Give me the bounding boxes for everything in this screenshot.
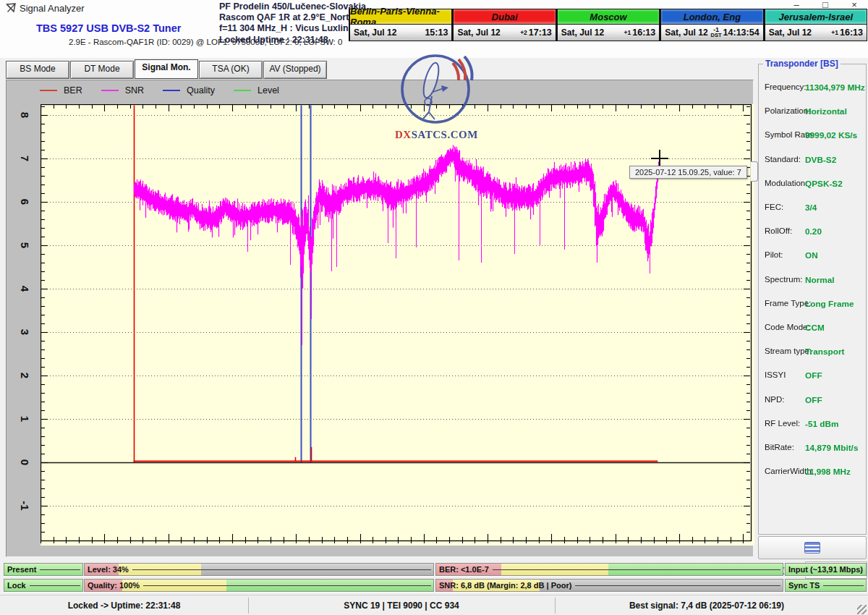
panel-collapse-handle[interactable] xyxy=(751,161,758,182)
transponder-row: Frequency:11304,979 MHz xyxy=(759,82,866,97)
tab-av[interactable]: AV (Stopped) xyxy=(263,61,327,79)
status-uptime: Locked -> Uptime: 22:31:48 xyxy=(0,595,248,615)
clock-city-label: Jerusalem-Israel xyxy=(765,9,867,25)
transponder-row-value: Long Frame xyxy=(805,299,854,309)
site-info-line: PF Prodelin 450/Lučenec-Slovakia xyxy=(219,1,366,12)
transponder-row: Frame Type:Long Frame xyxy=(759,299,866,313)
y-axis-tick-label: 3 xyxy=(19,323,30,342)
dxsatcs-watermark-logo: DXSATCS.COM xyxy=(395,47,476,141)
clock-berlin-paris-vienna-roma: Berlin-Paris-Vienna-Roma Sat, Jul 12 15:… xyxy=(349,9,452,41)
tab-tsa[interactable]: TSA (OK) xyxy=(199,61,263,79)
transponder-row: Spectrum:Normal xyxy=(759,275,866,289)
quality-meter: Quality: 100% xyxy=(84,579,434,592)
transponder-row-label: Standard: xyxy=(765,155,801,164)
transponder-row-value: Normal xyxy=(805,275,835,285)
transponder-row: FEC:3/4 xyxy=(759,203,866,217)
transponder-row: Polarization:Horizontal xyxy=(759,106,866,121)
legend-item-ber: BER xyxy=(40,85,82,96)
watermark-text: DXSATCS.COM xyxy=(395,129,476,141)
snr-meter: SNR: 6,8 dB (Margin: 2,8 dB | Poor) xyxy=(435,579,783,592)
transponder-row: ISSYIOFF xyxy=(759,370,866,385)
level-swatch xyxy=(234,90,251,91)
y-axis-tick-label: 4 xyxy=(19,279,30,298)
site-info-line: Rascom QAF 1R at 2.9°E_North xyxy=(219,12,366,23)
quality-swatch xyxy=(163,90,180,91)
statusbar: Locked -> Uptime: 22:31:48 SYNC 19 | TEI… xyxy=(0,595,868,615)
clock-city-label: Moscow xyxy=(558,9,659,25)
legend-item-snr: SNR xyxy=(101,85,144,96)
transponder-row: Standard:DVB-S2 xyxy=(759,155,866,169)
transponder-row-label: Frame Type: xyxy=(765,299,811,308)
clock-city-label: London, Eng xyxy=(661,9,762,25)
transponder-row: Stream type:Transport xyxy=(759,347,866,361)
world-clocks: Berlin-Paris-Vienna-Roma Sat, Jul 12 15:… xyxy=(349,9,867,41)
transponder-panel: Transponder [BS] Frequency:11304,979 MHz… xyxy=(758,64,867,535)
level-meter: Level: 34% xyxy=(84,563,434,576)
transponder-row: Pilot:ON xyxy=(759,250,866,265)
window-title: Signal Analyzer xyxy=(20,3,85,14)
transponder-row-value: Horizontal xyxy=(805,106,847,116)
transponder-row-value: DVB-S2 xyxy=(805,155,836,165)
transponder-row-value: 0.20 xyxy=(805,226,822,237)
transponder-row: Code Mode:CCM xyxy=(759,323,866,337)
transponder-row-label: Frequency: xyxy=(765,82,807,91)
save-snapshot-button[interactable] xyxy=(758,536,867,559)
signal-chart-panel: BER SNR Quality Level -1012345678 xyxy=(6,80,754,557)
site-info: PF Prodelin 450/Lučenec-Slovakia Rascom … xyxy=(219,1,366,46)
status-sync-counters: SYNC 19 | TEI 9090 | CC 934 xyxy=(248,595,555,615)
resize-grip[interactable] xyxy=(857,605,867,614)
transponder-row-value: 3/4 xyxy=(805,203,817,213)
y-axis-tick-label: -1 xyxy=(19,496,30,515)
transponder-row: BitRate:14,879 Mbit/s xyxy=(759,443,866,457)
clock-london: London, Eng Sat, Jul 12 -1DST 14:13:54 xyxy=(660,9,763,41)
transponder-row-value: 11304,979 MHz xyxy=(805,82,865,93)
legend-item-quality: Quality xyxy=(163,85,215,96)
transponder-row: Symbol Rate:9999,02 KS/s xyxy=(759,130,866,145)
tab-dt-mode[interactable]: DT Mode xyxy=(70,61,134,79)
transponder-row-value: CCM xyxy=(805,323,825,333)
transponder-panel-title: Transponder [BS] xyxy=(763,59,841,69)
signal-analyzer-window: Signal Analyzer – □ × TBS 5927 USB DVB-S… xyxy=(0,0,868,615)
y-axis-tick-label: 0 xyxy=(19,453,30,472)
legend-item-level: Level xyxy=(234,85,279,96)
tab-signal-mon[interactable]: Signal Mon. xyxy=(135,59,198,79)
clock-time-row: Sat, Jul 12 +1 16:13 xyxy=(558,25,659,41)
transponder-row-label: Polarization: xyxy=(765,106,810,115)
transponder-row-label: RF Level: xyxy=(765,419,800,428)
tuner-title: TBS 5927 USB DVB-S2 Tuner xyxy=(36,22,181,34)
sync-ts-indicator: Sync TS xyxy=(785,579,867,592)
y-axis-tick-label: 8 xyxy=(19,106,30,124)
transponder-row-value: OFF xyxy=(805,370,822,381)
input-indicator: Input (~13,91 Mbps) xyxy=(785,563,867,576)
clock-time-row: Sat, Jul 12 +2 17:13 xyxy=(454,25,555,41)
crosshair-cursor xyxy=(659,150,660,167)
transponder-row: NPD:OFF xyxy=(759,395,866,410)
transponder-row-label: FEC: xyxy=(765,203,783,211)
transponder-row-value: 11,998 MHz xyxy=(805,467,851,477)
transponder-row: RF Level:-51 dBm xyxy=(759,419,866,433)
transponder-row-label: Spectrum: xyxy=(765,275,802,284)
chart-tooltip: 2025-07-12 15.09.25, value: 7 xyxy=(629,166,747,179)
y-axis-tick-label: 5 xyxy=(19,236,30,255)
transponder-row-value: 9999,02 KS/s xyxy=(805,130,857,140)
transponder-row-value: Transport xyxy=(805,347,844,357)
site-info-line: Locked Uptime : 22:31:48 xyxy=(219,35,366,46)
ber-meter: BER: <1.0E-7 xyxy=(435,563,783,576)
app-icon xyxy=(6,3,17,14)
site-info-line: f=11 304 MHz_H : Vicus Luxlink xyxy=(219,23,366,34)
transponder-row: CarrierWidth:11,998 MHz xyxy=(759,467,866,481)
present-indicator: Present xyxy=(4,563,83,576)
disk-icon xyxy=(804,542,820,554)
transponder-row-value: -51 dBm xyxy=(805,419,839,429)
transponder-row: RollOff:0.20 xyxy=(759,226,866,241)
clock-time-row: Sat, Jul 12 15:13 xyxy=(350,25,451,41)
ber-swatch xyxy=(40,90,57,91)
clock-moscow: Moscow Sat, Jul 12 +1 16:13 xyxy=(556,9,660,41)
transponder-row-value: ON xyxy=(805,250,818,260)
transponder-row-value: QPSK-S2 xyxy=(805,179,843,189)
transponder-row-value: 14,879 Mbit/s xyxy=(805,443,858,453)
snr-swatch xyxy=(101,90,119,91)
tab-bs-mode[interactable]: BS Mode xyxy=(6,61,69,79)
chart-legend: BER SNR Quality Level xyxy=(40,84,298,97)
transponder-row-label: RollOff: xyxy=(765,226,792,235)
